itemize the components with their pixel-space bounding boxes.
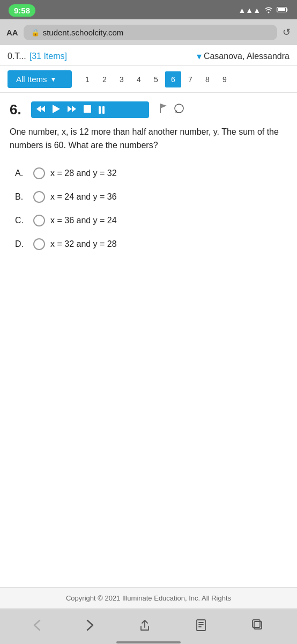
page-8[interactable]: 8: [199, 71, 216, 87]
bottom-bar: [0, 641, 297, 644]
question-area: 6.: [0, 93, 297, 423]
spacer: [0, 423, 297, 587]
fast-forward-button[interactable]: [68, 105, 76, 115]
stop-icon: [84, 105, 91, 113]
play-button[interactable]: [53, 105, 60, 115]
choice-b[interactable]: B. x = 24 and y = 36: [15, 191, 287, 203]
pause-icon: [99, 106, 105, 114]
dropdown-arrow-icon: ▾: [197, 50, 202, 62]
choice-b-text: x = 24 and y = 36: [50, 192, 117, 202]
page-9[interactable]: 9: [217, 71, 233, 87]
test-code: 0.T...: [8, 52, 26, 61]
choice-d-text: x = 32 and y = 28: [50, 239, 117, 249]
page-3[interactable]: 3: [114, 71, 130, 87]
home-indicator: [116, 641, 181, 643]
pause-button[interactable]: [99, 106, 105, 114]
page-4[interactable]: 4: [131, 71, 147, 87]
media-controls: [31, 101, 149, 118]
page-1[interactable]: 1: [79, 71, 95, 87]
share-button[interactable]: [135, 614, 155, 636]
choice-d[interactable]: D. x = 32 and y = 28: [15, 238, 287, 250]
radio-b[interactable]: [33, 191, 45, 203]
page-7[interactable]: 7: [182, 71, 198, 87]
page-2[interactable]: 2: [96, 71, 113, 87]
copyright-text: Copyright © 2021 Illuminate Education, I…: [66, 594, 231, 602]
browser-nav: [0, 609, 297, 641]
user-dropdown[interactable]: ▾ Casanova, Alessandra: [197, 50, 289, 62]
browser-url-text: student.schoolcity.com: [43, 28, 124, 37]
svg-marker-6: [72, 106, 76, 112]
choice-a[interactable]: A. x = 28 and y = 32: [15, 167, 287, 179]
radio-d[interactable]: [33, 238, 45, 250]
action-icons: [159, 103, 184, 116]
page-numbers: 1 2 3 4 5 6 7 8 9: [79, 71, 233, 87]
choice-c-label: C.: [15, 216, 28, 225]
content-area: 0.T... [31 Items] ▾ Casanova, Alessandra…: [0, 45, 297, 609]
copyright-bar: Copyright © 2021 Illuminate Education, I…: [0, 587, 297, 609]
question-text: One number, x, is 12 more than half anot…: [10, 126, 287, 152]
nav-bar: All Items ▼ 1 2 3 4 5 6 7 8 9: [0, 66, 297, 93]
page-6[interactable]: 6: [165, 71, 181, 87]
all-items-caret-icon: ▼: [50, 76, 57, 83]
question-header: 6.: [10, 101, 287, 118]
header-row: 0.T... [31 Items] ▾ Casanova, Alessandra: [0, 45, 297, 66]
comment-icon[interactable]: [174, 103, 184, 116]
status-time: 9:58: [9, 4, 35, 17]
battery-icon: [277, 6, 288, 14]
svg-marker-3: [36, 106, 41, 112]
svg-rect-8: [197, 620, 205, 631]
radio-c[interactable]: [33, 215, 45, 226]
choice-a-label: A.: [15, 169, 28, 178]
svg-rect-1: [278, 8, 285, 11]
question-number: 6.: [10, 101, 26, 118]
back-button[interactable]: [29, 615, 45, 635]
choice-d-label: D.: [15, 239, 28, 249]
items-count[interactable]: [31 Items]: [29, 52, 67, 61]
wifi-icon: [264, 6, 273, 15]
browser-url-box[interactable]: 🔒 student.schoolcity.com: [24, 25, 277, 40]
all-items-button[interactable]: All Items ▼: [8, 70, 72, 88]
flag-icon[interactable]: [159, 103, 168, 116]
answer-choices: A. x = 28 and y = 32 B. x = 24 and y = 3…: [10, 167, 287, 250]
choice-b-label: B.: [15, 192, 28, 202]
all-items-label: All Items: [16, 75, 47, 84]
user-name: Casanova, Alessandra: [204, 52, 289, 61]
header-left: 0.T... [31 Items]: [8, 52, 67, 61]
rewind-button[interactable]: [36, 105, 45, 115]
reload-icon[interactable]: ↺: [283, 26, 291, 38]
signal-icon: ▲▲▲: [238, 6, 261, 14]
choice-c-text: x = 36 and y = 24: [50, 216, 117, 225]
svg-marker-4: [53, 105, 60, 113]
status-bar: 9:58 ▲▲▲: [0, 0, 297, 19]
radio-a[interactable]: [33, 167, 45, 179]
svg-marker-5: [68, 106, 72, 112]
bookmarks-button[interactable]: [191, 614, 211, 636]
choice-a-text: x = 28 and y = 32: [50, 169, 117, 178]
choice-c[interactable]: C. x = 36 and y = 24: [15, 215, 287, 226]
svg-marker-2: [41, 106, 45, 112]
lock-icon: 🔒: [31, 28, 40, 36]
forward-button[interactable]: [82, 615, 98, 635]
page-5[interactable]: 5: [148, 71, 164, 87]
tabs-button[interactable]: [248, 615, 268, 635]
browser-bar: AA 🔒 student.schoolcity.com ↺: [0, 19, 297, 45]
status-icons: ▲▲▲: [238, 6, 288, 15]
stop-button[interactable]: [84, 105, 91, 114]
browser-aa-label[interactable]: AA: [6, 28, 18, 37]
